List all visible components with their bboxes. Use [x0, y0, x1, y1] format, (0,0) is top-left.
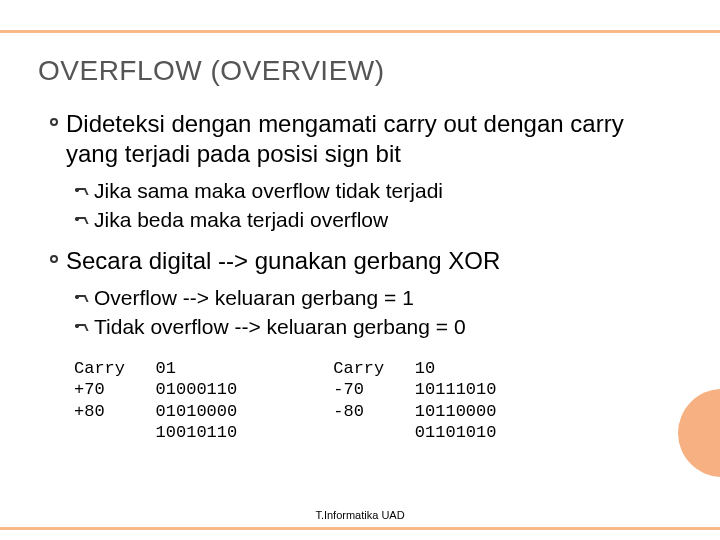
bullet-text: Secara digital --> gunakan gerbang XOR — [66, 247, 500, 274]
slide-title: OVERFLOW (OVERVIEW) — [38, 55, 682, 87]
example-left: Carry 01 +70 01000110 +80 01010000 10010… — [74, 358, 237, 443]
bullet-text: Dideteksi dengan mengamati carry out den… — [66, 110, 624, 167]
sub-item: Jika beda maka terjadi overflow — [74, 206, 682, 233]
example-right: Carry 10 -70 10111010 -80 10110000 01101… — [333, 358, 496, 443]
examples-row: Carry 01 +70 01000110 +80 01010000 10010… — [74, 358, 682, 443]
bullet-item: Dideteksi dengan mengamati carry out den… — [50, 109, 682, 242]
sub-item: Jika sama maka overflow tidak terjadi — [74, 177, 682, 204]
main-list: Dideteksi dengan mengamati carry out den… — [38, 109, 682, 348]
sub-list: Overflow --> keluaran gerbang = 1 Tidak … — [66, 276, 682, 349]
slide-frame: OVERFLOW (OVERVIEW) Dideteksi dengan men… — [0, 30, 720, 530]
sub-item: Tidak overflow --> keluaran gerbang = 0 — [74, 313, 682, 340]
footer-text: T.Informatika UAD — [0, 509, 720, 521]
bullet-item: Secara digital --> gunakan gerbang XOR O… — [50, 246, 682, 349]
sub-list: Jika sama maka overflow tidak terjadi Ji… — [66, 169, 682, 242]
sub-item: Overflow --> keluaran gerbang = 1 — [74, 284, 682, 311]
slide-content: OVERFLOW (OVERVIEW) Dideteksi dengan men… — [0, 33, 720, 527]
